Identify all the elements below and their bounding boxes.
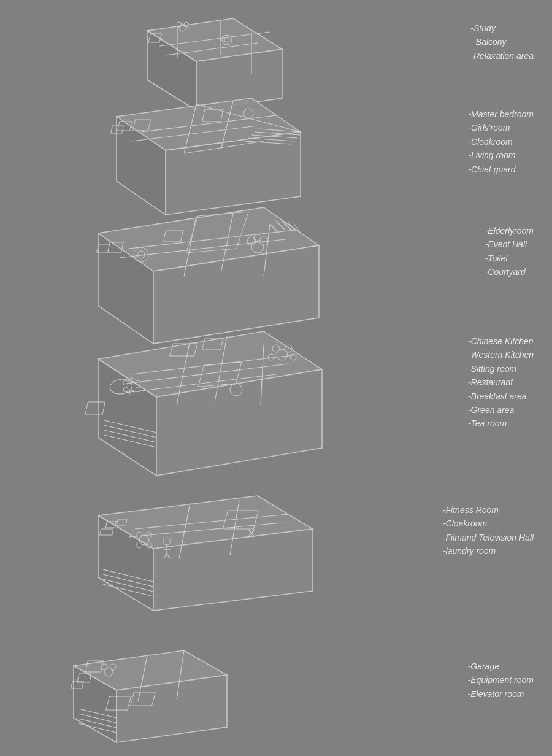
floor6-room-2: -Equipment room	[468, 673, 534, 687]
floor1-labels: -Study - Balcony -Relaxation area	[470, 21, 534, 63]
floor3-room-4: -Courtyard	[485, 265, 534, 279]
floor3-labels: -Elderlyroom -Event Hall -Toilet -Courty…	[485, 224, 534, 279]
floor3-room-2: -Event Hall	[485, 237, 534, 251]
floor3-plan	[97, 207, 319, 344]
floor6-room-1: -Garage	[468, 660, 534, 673]
floor2-plan	[111, 98, 301, 215]
floor4-room-2: -Western Kitchen	[468, 348, 534, 361]
floor6-labels: -Garage -Equipment room -Elevator room	[468, 660, 534, 701]
floor1-room-2: - Balcony	[470, 35, 534, 48]
floor5-room-1: -Fitness Room	[443, 503, 534, 517]
floor4-room-7: -Tea room	[468, 417, 534, 430]
floor2-room-5: -Chief guard	[468, 163, 534, 176]
floor2-room-3: -Cloakroom	[468, 135, 534, 148]
floor5-room-4: -laundry room	[443, 544, 534, 558]
floor2-labels: -Master bedroom -Girls'room -Cloakroom -…	[468, 107, 534, 176]
floor6-room-3: -Elevator room	[468, 687, 534, 701]
floor3-room-1: -Elderlyroom	[485, 224, 534, 237]
floor1-room-1: -Study	[470, 21, 534, 35]
floor3-room-3: -Toilet	[485, 252, 534, 265]
floor2-room-2: -Girls'room	[468, 121, 534, 134]
floor6-plan	[71, 650, 227, 742]
floor4-room-1: -Chinese Kitchen	[468, 334, 534, 348]
floor2-room-4: -Living room	[468, 148, 534, 162]
floor4-room-5: -Breakfast area	[468, 390, 534, 403]
floor4-room-3: -Sitting room	[468, 362, 534, 376]
floor5-labels: -Fitness Room -Cloakroom -Filmand Televi…	[443, 503, 534, 558]
floor4-room-6: -Green area	[468, 403, 534, 417]
floor1-plan	[147, 18, 282, 110]
floor5-room-2: -Cloakroom	[443, 517, 534, 530]
floor5-room-3: -Filmand Television Hall	[443, 531, 534, 544]
floor2-room-1: -Master bedroom	[468, 107, 534, 121]
floor1-room-3: -Relaxation area	[470, 49, 534, 63]
floor4-room-4: -Restaurant	[468, 376, 534, 389]
floor4-plan	[85, 331, 322, 476]
floor5-plan	[98, 496, 313, 611]
floor4-labels: -Chinese Kitchen -Western Kitchen -Sitti…	[468, 334, 534, 431]
